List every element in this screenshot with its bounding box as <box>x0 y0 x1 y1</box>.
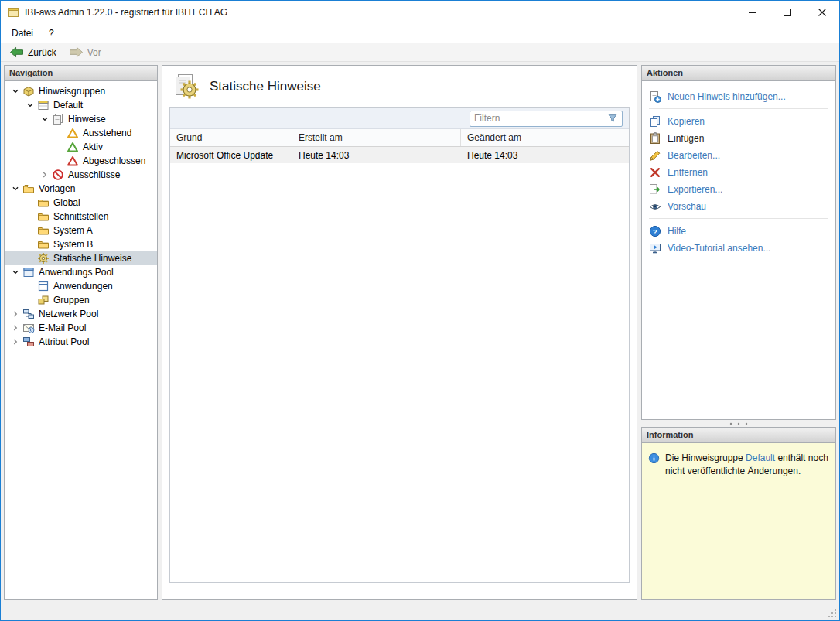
copy-icon <box>649 115 661 128</box>
tree-item-label: Netzwerk Pool <box>39 309 98 319</box>
close-icon <box>818 9 826 16</box>
expander-spacer <box>53 127 67 139</box>
tree-item-anwendungs-pool[interactable]: Anwendungs Pool <box>5 265 157 279</box>
tree-item-ausstehend[interactable]: Ausstehend <box>5 126 157 140</box>
chevron-down-icon[interactable] <box>23 99 37 111</box>
svg-text:?: ? <box>653 227 657 236</box>
page-title: Statische Hinweise <box>210 79 321 94</box>
expander-spacer <box>53 155 67 167</box>
forward-button[interactable]: Vor <box>63 45 107 60</box>
attribute-pool-icon <box>22 336 35 348</box>
maximize-icon <box>784 9 791 16</box>
actions-panel: Aktionen Neuen Hinweis hinzufügen...Kopi… <box>641 65 836 420</box>
maximize-button[interactable] <box>770 1 804 24</box>
app-window: IBI-aws Admin 1.22.0 - registriert für I… <box>0 0 840 621</box>
export-icon <box>649 183 661 196</box>
close-button[interactable] <box>804 1 839 24</box>
tree-item-aktiv[interactable]: Aktiv <box>5 140 157 154</box>
navigation-panel: Navigation HinweisgruppenDefaultHinweise… <box>4 65 158 600</box>
tree-item-schnittstellen[interactable]: Schnittstellen <box>5 210 157 223</box>
hint-groups-icon <box>22 85 35 97</box>
resize-grip[interactable] <box>828 609 837 618</box>
remove-icon <box>649 166 661 179</box>
action-label: Neuen Hinweis hinzufügen... <box>668 91 786 102</box>
tree-item-ausschluesse[interactable]: Ausschlüsse <box>5 168 157 182</box>
chevron-right-icon[interactable] <box>9 322 22 334</box>
tree-item-system-a[interactable]: System A <box>5 223 157 237</box>
menu-help[interactable]: ? <box>41 25 62 42</box>
column-header-grund[interactable]: Grund <box>170 129 292 146</box>
action-bearbeiten[interactable]: Bearbeiten... <box>647 147 830 164</box>
tree-item-gruppen[interactable]: Gruppen <box>5 293 157 307</box>
tree-item-label: Default <box>53 100 83 111</box>
tree-item-label: E-Mail Pool <box>39 322 86 333</box>
tree-item-e-mail-pool[interactable]: E-Mail Pool <box>5 321 157 335</box>
tree-item-label: Abgeschlossen <box>83 155 145 166</box>
network-pool-icon <box>22 308 35 320</box>
actions-separator <box>649 218 828 219</box>
chevron-down-icon[interactable] <box>38 113 52 125</box>
expander-spacer <box>23 252 37 264</box>
chevron-down-icon[interactable] <box>9 266 22 278</box>
actions-separator <box>649 108 828 109</box>
tree-item-default[interactable]: Default <box>5 98 157 112</box>
tree-item-abgeschlossen[interactable]: Abgeschlossen <box>5 154 157 168</box>
main-panel: Statische Hinweise GrundErstellt amGeänd… <box>162 65 637 600</box>
chevron-right-icon[interactable] <box>9 336 22 348</box>
filter-box <box>470 111 623 127</box>
expander-spacer <box>23 280 37 292</box>
expander-spacer <box>23 238 37 251</box>
action-entfernen[interactable]: Entfernen <box>647 164 830 181</box>
app-pool-icon <box>22 266 35 278</box>
action-hilfe[interactable]: ?Hilfe <box>647 223 830 240</box>
tree-item-label: Schnittstellen <box>53 211 108 222</box>
paste-icon <box>649 132 661 145</box>
action-neuen-hinweis-hinzufuegen[interactable]: Neuen Hinweis hinzufügen... <box>647 88 830 105</box>
menu-datei[interactable]: Datei <box>4 25 41 42</box>
action-label: Entfernen <box>668 167 708 178</box>
folder-icon <box>37 196 50 209</box>
cell-grund: Microsoft Office Update <box>170 150 292 161</box>
hints-icon <box>52 113 64 125</box>
tree-item-label: Ausschlüsse <box>68 169 120 180</box>
tree-item-global[interactable]: Global <box>5 196 157 210</box>
tree-item-hinweisgruppen[interactable]: Hinweisgruppen <box>5 84 157 98</box>
chevron-down-icon[interactable] <box>9 183 22 195</box>
action-label: Kopieren <box>668 116 705 127</box>
minimize-button[interactable] <box>735 1 770 24</box>
tree-item-system-b[interactable]: System B <box>5 237 157 251</box>
default-group-link[interactable]: Default <box>746 452 775 463</box>
table-row[interactable]: Microsoft Office UpdateHeute 14:03Heute … <box>170 147 629 163</box>
tree-item-statische-hinweise[interactable]: Statische Hinweise <box>5 251 157 265</box>
information-body: Die Hinweisgruppe Default enthält noch n… <box>642 443 835 599</box>
info-icon <box>648 452 660 464</box>
chevron-right-icon[interactable] <box>9 308 22 320</box>
action-einfuegen[interactable]: Einfügen <box>647 130 830 147</box>
action-vorschau[interactable]: Vorschau <box>647 198 830 215</box>
action-exportieren[interactable]: Exportieren... <box>647 181 830 198</box>
splitter-dots-icon <box>727 421 750 426</box>
filter-funnel-icon[interactable] <box>607 113 618 124</box>
chevron-down-icon[interactable] <box>9 85 22 97</box>
forward-arrow-icon <box>69 46 84 58</box>
tree-item-hinweise[interactable]: Hinweise <box>5 112 157 126</box>
actions-info-splitter[interactable] <box>641 420 836 427</box>
column-header-erstellt-am[interactable]: Erstellt am <box>292 129 461 146</box>
static-hints-page-icon <box>172 73 200 101</box>
tree-item-netzwerk-pool[interactable]: Netzwerk Pool <box>5 307 157 321</box>
tree-item-attribut-pool[interactable]: Attribut Pool <box>5 335 157 349</box>
tree-item-vorlagen[interactable]: Vorlagen <box>5 182 157 196</box>
folder-icon <box>37 224 50 237</box>
back-button[interactable]: Zurück <box>4 45 62 60</box>
action-label: Hilfe <box>668 226 686 237</box>
filter-input[interactable] <box>474 113 605 124</box>
chevron-right-icon[interactable] <box>38 169 52 181</box>
expander-spacer <box>23 224 37 237</box>
tree-item-anwendungen[interactable]: Anwendungen <box>5 279 157 293</box>
action-video-tutorial-ansehen[interactable]: Video-Tutorial ansehen... <box>647 240 830 257</box>
table-header-row: GrundErstellt amGeändert am <box>170 129 629 147</box>
action-kopieren[interactable]: Kopieren <box>647 113 830 130</box>
column-header-geaendert-am[interactable]: Geändert am <box>461 129 629 146</box>
back-arrow-icon <box>9 46 24 58</box>
information-panel-header: Information <box>642 428 835 443</box>
